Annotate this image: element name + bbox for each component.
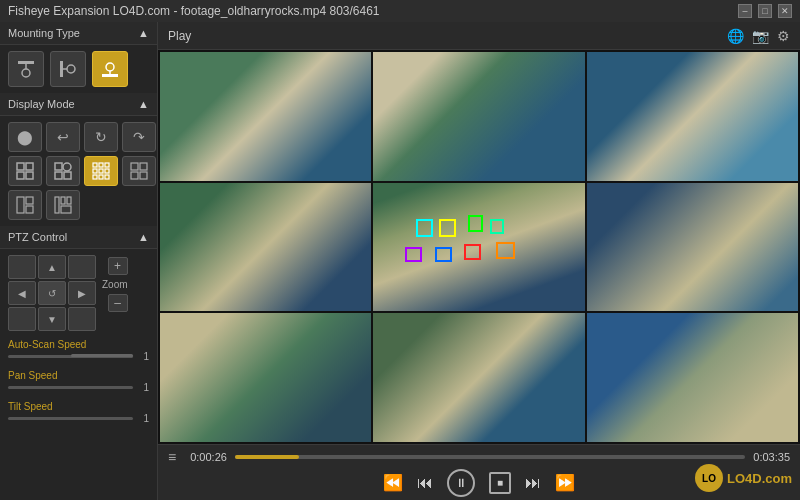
- display-mode-grid: ⬤ ↩ ↻ ↷: [0, 116, 157, 226]
- disp-mode5-button[interactable]: [46, 156, 80, 186]
- video-cell-mid-center[interactable]: [373, 183, 584, 312]
- svg-rect-29: [140, 172, 147, 179]
- ptz-right-button[interactable]: ▶: [68, 281, 96, 305]
- stop-button[interactable]: ■: [489, 472, 511, 494]
- settings-icon[interactable]: ⚙: [777, 28, 790, 44]
- auto-scan-slider[interactable]: [8, 355, 133, 358]
- zoom-minus-button[interactable]: –: [108, 294, 128, 312]
- video-cell-bot-left[interactable]: [160, 313, 371, 442]
- auto-scan-speed-row: Auto-Scan Speed 1: [8, 339, 149, 362]
- progress-row: ≡ 0:00:26 0:03:35: [168, 449, 790, 465]
- video-cell-mid-right[interactable]: [587, 183, 798, 312]
- svg-rect-20: [93, 169, 97, 173]
- svg-rect-24: [99, 175, 103, 179]
- auto-scan-value: 1: [137, 351, 149, 362]
- disp-custom-button[interactable]: [46, 190, 80, 220]
- fast-forward-button[interactable]: ⏩: [555, 473, 575, 492]
- mount-wall-button[interactable]: [50, 51, 86, 87]
- svg-rect-23: [93, 175, 97, 179]
- svg-point-7: [106, 63, 114, 71]
- tracking-box-3: [490, 219, 505, 234]
- disp-quad-button[interactable]: [8, 156, 42, 186]
- step-forward-button[interactable]: ⏭: [525, 474, 541, 492]
- play-label: Play: [168, 29, 191, 43]
- tilt-slider[interactable]: [8, 417, 133, 420]
- titlebar: Fisheye Expansion LO4D.com - footage_old…: [0, 0, 800, 22]
- ptz-home-button[interactable]: ↺: [38, 281, 66, 305]
- tracking-box-6: [464, 244, 481, 259]
- tracking-box-1: [439, 219, 456, 237]
- svg-rect-33: [55, 197, 59, 213]
- pause-button[interactable]: ⏸: [447, 469, 475, 497]
- camera-icon[interactable]: 📷: [752, 28, 769, 44]
- ptz-up-button[interactable]: ▲: [38, 255, 66, 279]
- svg-rect-15: [55, 172, 62, 179]
- ptz-downright-button[interactable]: [68, 307, 96, 331]
- video-cell-top-mid[interactable]: [373, 52, 584, 181]
- titlebar-controls: – □ ✕: [738, 4, 792, 18]
- svg-rect-32: [26, 206, 33, 213]
- display-mode-header[interactable]: Display Mode ▲: [0, 93, 157, 116]
- video-cell-mid-left[interactable]: [160, 183, 371, 312]
- main-layout: Mounting Type ▲ Display Mode ▲ ⬤ ↩ ↻: [0, 22, 800, 500]
- tracking-box-5: [435, 247, 452, 262]
- video-cell-bot-right[interactable]: [587, 313, 798, 442]
- video-cell-top-right[interactable]: [587, 52, 798, 181]
- auto-scan-label: Auto-Scan Speed: [8, 339, 149, 350]
- svg-rect-0: [18, 61, 34, 64]
- mounting-type-label: Mounting Type: [8, 27, 80, 39]
- ptz-control-label: PTZ Control: [8, 231, 67, 243]
- disp-ptz-button[interactable]: ↻: [84, 122, 118, 152]
- svg-rect-18: [99, 163, 103, 167]
- ptz-downleft-button[interactable]: [8, 307, 36, 331]
- step-back-button[interactable]: ⏮: [417, 474, 433, 492]
- globe-icon[interactable]: 🌐: [727, 28, 744, 44]
- mount-ceiling-button[interactable]: [8, 51, 44, 87]
- pan-speed-row: Pan Speed 1: [8, 370, 149, 393]
- svg-rect-3: [60, 61, 63, 77]
- disp-2x2-button[interactable]: [8, 190, 42, 220]
- svg-rect-21: [99, 169, 103, 173]
- svg-point-4: [67, 65, 75, 73]
- svg-rect-17: [93, 163, 97, 167]
- tracking-box-4: [405, 247, 422, 262]
- maximize-button[interactable]: □: [758, 4, 772, 18]
- svg-rect-28: [131, 172, 138, 179]
- rewind-button[interactable]: ⏪: [383, 473, 403, 492]
- svg-rect-11: [17, 172, 24, 179]
- display-mode-label: Display Mode: [8, 98, 75, 110]
- top-bar: Play 🌐 📷 ⚙: [158, 22, 800, 50]
- ptz-upleft-button[interactable]: [8, 255, 36, 279]
- close-button[interactable]: ✕: [778, 4, 792, 18]
- menu-icon[interactable]: ≡: [168, 449, 176, 465]
- tilt-value: 1: [137, 413, 149, 424]
- tracking-box-0: [416, 219, 433, 237]
- watermark: LO LO4D.com: [695, 464, 792, 492]
- video-cell-top-left[interactable]: [160, 52, 371, 181]
- ptz-upright-button[interactable]: [68, 255, 96, 279]
- pan-slider[interactable]: [8, 386, 133, 389]
- tilt-speed-row: Tilt Speed 1: [8, 401, 149, 424]
- svg-rect-34: [61, 197, 65, 204]
- video-cell-bot-mid[interactable]: [373, 313, 584, 442]
- disp-9grid-button[interactable]: [84, 156, 118, 186]
- svg-rect-36: [61, 206, 71, 213]
- ptz-left-button[interactable]: ◀: [8, 281, 36, 305]
- svg-point-1: [22, 69, 30, 77]
- ptz-down-button[interactable]: ▼: [38, 307, 66, 331]
- tracking-box-2: [468, 215, 483, 232]
- minimize-button[interactable]: –: [738, 4, 752, 18]
- disp-ptz2-button[interactable]: ↷: [122, 122, 156, 152]
- mounting-type-header[interactable]: Mounting Type ▲: [0, 22, 157, 45]
- progress-bar[interactable]: [235, 455, 745, 459]
- ptz-control-header[interactable]: PTZ Control ▲: [0, 226, 157, 249]
- disp-pano-button[interactable]: ↩: [46, 122, 80, 152]
- disp-4grid-button[interactable]: [122, 156, 156, 186]
- ptz-control-chevron: ▲: [138, 231, 149, 243]
- zoom-plus-button[interactable]: +: [108, 257, 128, 275]
- disp-fullscreen-button[interactable]: ⬤: [8, 122, 42, 152]
- titlebar-title: Fisheye Expansion LO4D.com - footage_old…: [8, 4, 380, 18]
- video-grid: [158, 50, 800, 444]
- mount-ground-button[interactable]: [92, 51, 128, 87]
- svg-rect-30: [17, 197, 24, 213]
